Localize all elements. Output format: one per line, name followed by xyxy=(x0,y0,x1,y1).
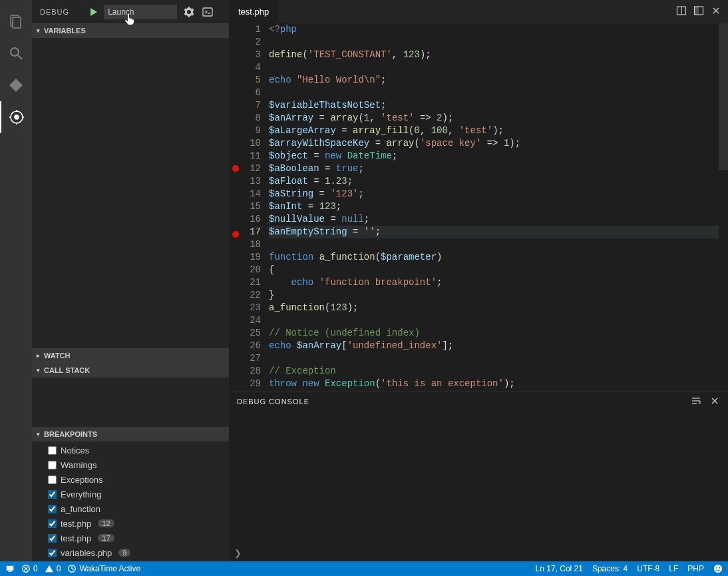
activity-item-search[interactable] xyxy=(0,37,32,69)
breakpoint-checkbox[interactable] xyxy=(48,490,57,499)
line-number: 2 xyxy=(242,36,261,49)
code-line[interactable]: echo "Hello World\n"; xyxy=(269,74,719,87)
line-number: 26 xyxy=(242,340,261,352)
activity-item-explorer[interactable] xyxy=(0,5,32,37)
breakpoint-item[interactable]: Warnings xyxy=(32,457,229,472)
status-spaces[interactable]: Spaces: 4 xyxy=(592,564,628,573)
code-line[interactable]: $aFloat = 1.23; xyxy=(269,175,719,188)
line-number: 15 xyxy=(242,200,261,213)
breakpoint-label: Everything xyxy=(61,489,101,499)
code-line[interactable]: { xyxy=(269,264,719,276)
activity-item-scm[interactable] xyxy=(0,69,32,101)
status-encoding[interactable]: UTF-8 xyxy=(637,564,659,573)
line-number: 1 xyxy=(242,23,261,36)
code-line[interactable]: // Notice (undefined index) xyxy=(269,327,719,340)
editor[interactable]: 1234567891011121314151617181920212223242… xyxy=(229,23,728,391)
section-header-variables[interactable]: ▾ VARIABLES xyxy=(32,23,229,38)
code-line[interactable]: <?php xyxy=(269,23,719,36)
code-line[interactable] xyxy=(269,36,719,49)
gear-icon[interactable] xyxy=(182,5,196,19)
tab-test-php[interactable]: test.php xyxy=(229,0,279,23)
more-actions-icon[interactable] xyxy=(693,5,704,18)
breakpoint-line-badge: 12 xyxy=(98,519,114,527)
breakpoint-item[interactable]: test.php17 xyxy=(32,531,229,545)
status-ln-col[interactable]: Ln 17, Col 21 xyxy=(536,564,583,573)
close-panel-icon[interactable] xyxy=(709,396,720,408)
breakpoint-checkbox[interactable] xyxy=(48,549,57,557)
line-number: 6 xyxy=(242,87,261,99)
breakpoint-label: test.php xyxy=(61,533,91,543)
debug-config-select[interactable]: Launch xyxy=(104,5,177,19)
chevron-down-icon: ▾ xyxy=(35,431,41,437)
status-feedback-icon[interactable] xyxy=(713,564,723,573)
code-line[interactable]: $aLargeArray = array_fill(0, 100, 'test'… xyxy=(269,125,719,137)
code-line[interactable]: $aString = '123'; xyxy=(269,188,719,200)
code-line[interactable]: $variableThatsNotSet; xyxy=(269,99,719,112)
breakpoints-panel: NoticesWarningsExceptionsEverythinga_fun… xyxy=(32,441,229,561)
debug-console-toggle-icon[interactable] xyxy=(201,5,214,19)
code-line[interactable]: $anInt = 123; xyxy=(269,200,719,213)
breakpoint-checkbox[interactable] xyxy=(48,505,57,513)
breakpoint-conditional-icon[interactable] xyxy=(232,231,239,238)
line-number: 14 xyxy=(242,188,261,200)
code-line[interactable] xyxy=(269,314,719,327)
code-line[interactable]: $anArray = array(1, 'test' => 2); xyxy=(269,112,719,125)
code-line[interactable]: $aBoolean = true; xyxy=(269,162,719,175)
status-errors[interactable]: 0 xyxy=(21,564,38,573)
line-number: 29 xyxy=(242,378,261,390)
section-label-watch: WATCH xyxy=(44,352,71,360)
start-debug-button[interactable] xyxy=(88,7,98,17)
breakpoint-checkbox[interactable] xyxy=(48,519,57,528)
section-header-watch[interactable]: ▸ WATCH xyxy=(32,348,229,363)
code-line[interactable]: echo 'function breakpoint'; xyxy=(269,276,719,289)
minimap-slider[interactable] xyxy=(719,23,728,170)
breakpoint-icon[interactable] xyxy=(232,165,239,172)
line-number: 16 xyxy=(242,213,261,226)
breakpoint-item[interactable]: Everything xyxy=(32,487,229,501)
code-line[interactable]: echo $anArray['undefined_index']; xyxy=(269,340,719,352)
line-number: 7 xyxy=(242,99,261,112)
sidebar-title: DEBUG xyxy=(40,8,69,16)
code-line[interactable]: } xyxy=(269,289,719,302)
activity-item-debug[interactable] xyxy=(0,101,32,133)
status-eol[interactable]: LF xyxy=(669,564,678,573)
code-line[interactable] xyxy=(269,61,719,74)
svg-point-2 xyxy=(11,48,19,56)
minimap[interactable] xyxy=(719,23,728,391)
status-remote-icon[interactable] xyxy=(5,564,15,573)
breakpoint-checkbox[interactable] xyxy=(48,461,57,469)
section-header-callstack[interactable]: ▾ CALL STACK xyxy=(32,363,229,378)
breakpoint-checkbox[interactable] xyxy=(48,446,57,455)
line-number: 18 xyxy=(242,238,261,251)
close-icon[interactable] xyxy=(711,5,721,18)
code-line[interactable] xyxy=(269,87,719,99)
code-line[interactable]: throw new Exception('this is an exceptio… xyxy=(269,378,719,390)
section-header-breakpoints[interactable]: ▾ BREAKPOINTS xyxy=(32,427,229,441)
split-editor-icon[interactable] xyxy=(676,5,687,18)
debug-console-input[interactable]: ❯ xyxy=(229,544,728,561)
breakpoint-item[interactable]: variables.php9 xyxy=(32,545,229,560)
code-line[interactable]: $nullValue = null; xyxy=(269,213,719,226)
breakpoint-item[interactable]: a_function xyxy=(32,501,229,516)
chevron-down-icon: ▾ xyxy=(35,27,41,34)
code-line[interactable]: $arrayWithSpaceKey = array('space key' =… xyxy=(269,137,719,150)
code-line[interactable]: a_function(123); xyxy=(269,302,719,314)
breakpoint-checkbox[interactable] xyxy=(48,475,57,484)
word-wrap-icon[interactable] xyxy=(691,396,701,408)
code-line[interactable] xyxy=(269,352,719,365)
variables-panel xyxy=(32,38,229,348)
code-line[interactable] xyxy=(269,238,719,251)
breakpoint-checkbox[interactable] xyxy=(48,534,57,543)
breakpoint-item[interactable]: Exceptions xyxy=(32,472,229,487)
breakpoint-item[interactable]: Notices xyxy=(32,443,229,457)
line-number: 23 xyxy=(242,302,261,314)
breakpoint-item[interactable]: test.php12 xyxy=(32,516,229,531)
code-line[interactable]: // Exception xyxy=(269,365,719,378)
status-wakatime[interactable]: WakaTime Active xyxy=(67,564,140,573)
breakpoint-label: a_function xyxy=(61,504,100,514)
status-warnings[interactable]: 0 xyxy=(45,564,61,573)
code-line[interactable]: define('TEST_CONSTANT', 123); xyxy=(269,49,719,61)
status-lang[interactable]: PHP xyxy=(687,564,704,573)
code-line[interactable]: $object = new DateTime; xyxy=(269,150,719,162)
code-line[interactable]: function a_function($parameter) xyxy=(269,251,719,264)
